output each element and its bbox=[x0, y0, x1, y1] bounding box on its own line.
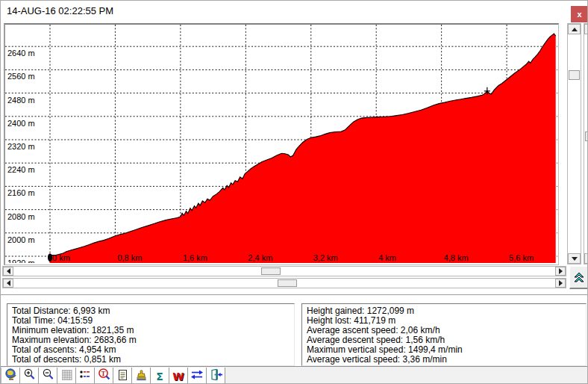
zoom-out-icon bbox=[41, 368, 55, 384]
y-axis-label: 2160 m bbox=[7, 188, 35, 197]
zoom-out-button[interactable] bbox=[39, 368, 57, 384]
sigma-icon: Σ bbox=[156, 370, 163, 383]
red-w-button[interactable]: W bbox=[169, 368, 188, 384]
scroll-down-button[interactable] bbox=[584, 253, 588, 264]
left-arrow-icon bbox=[4, 268, 10, 274]
right-arrow-icon bbox=[559, 280, 566, 286]
close-button[interactable]: x bbox=[571, 6, 588, 22]
zoom-in-icon bbox=[22, 368, 37, 384]
exit-door-button[interactable] bbox=[207, 368, 225, 384]
transfer-arrows-button[interactable] bbox=[188, 368, 207, 384]
y-axis-label: 2640 m bbox=[7, 49, 35, 58]
transfer-arrows-icon bbox=[190, 368, 204, 384]
exit-door-icon bbox=[208, 368, 223, 384]
title-bar: 14-AUG-16 02:22:55 PM x bbox=[1, 1, 587, 22]
x-axis-label: 4,8 km bbox=[444, 253, 469, 262]
y-axis-label: 2080 m bbox=[7, 212, 35, 221]
horizontal-scrollbar-1[interactable] bbox=[2, 266, 566, 276]
notepad-icon bbox=[116, 368, 130, 384]
toolbar-button-strip: TΣW bbox=[1, 368, 225, 384]
x-axis-label: 5,6 km bbox=[509, 253, 534, 262]
scroll-down-button[interactable] bbox=[568, 253, 581, 264]
statistics-zone: Total Distance: 6,993 kmTotal Time: 04:1… bbox=[1, 294, 588, 367]
track-start-marker bbox=[48, 253, 52, 261]
double-chevron-up-icon bbox=[572, 270, 586, 284]
close-icon: x bbox=[577, 10, 581, 19]
y-axis-label: 1920 m bbox=[7, 258, 35, 263]
up-arrow-icon bbox=[572, 25, 578, 31]
horizontal-scrollbar-1-thumb[interactable] bbox=[261, 267, 281, 275]
scroll-right-button[interactable] bbox=[555, 267, 566, 276]
vertical-scrollbar-1[interactable] bbox=[567, 23, 581, 264]
statistics-sigma-button[interactable]: Σ bbox=[151, 368, 169, 384]
x-axis-label: 1,6 km bbox=[183, 253, 207, 262]
x-axis-label: 4 km bbox=[378, 253, 396, 262]
y-axis-label: 2560 m bbox=[7, 72, 35, 81]
elevation-profile-window: 14-AUG-16 02:22:55 PM x 2640 m2560 m2480… bbox=[0, 0, 588, 384]
y-axis-label: 2000 m bbox=[7, 235, 35, 244]
stat-line: Average vertical speed: 3,36 m/min bbox=[307, 355, 581, 365]
text-magnifier-icon: T bbox=[97, 368, 111, 384]
bottom-toolbar: TΣW bbox=[1, 366, 588, 384]
down-arrow-icon bbox=[572, 257, 578, 264]
vertical-scrollbar-2[interactable] bbox=[584, 23, 588, 264]
x-axis-label: 0,8 km bbox=[117, 253, 142, 262]
scroll-right-button[interactable] bbox=[555, 279, 566, 288]
elevation-chart-svg: 2640 m2560 m2480 m2400 m2320 m2240 m2160… bbox=[5, 25, 557, 263]
stamp-button[interactable] bbox=[132, 368, 151, 384]
y-axis-label: 2480 m bbox=[7, 96, 35, 105]
x-axis-label: 2,4 km bbox=[248, 253, 272, 262]
grid-icon bbox=[60, 368, 74, 384]
elevation-area bbox=[50, 34, 556, 263]
stat-line: Total of descents: 0,851 km bbox=[12, 355, 290, 365]
scroll-left-button[interactable] bbox=[3, 279, 13, 288]
stats-panel-right: Height gained: 1272,099 mHeight lost: 41… bbox=[301, 303, 587, 366]
scroll-up-button[interactable] bbox=[584, 24, 588, 34]
vertical-scrollbar-1-thumb[interactable] bbox=[569, 70, 580, 80]
x-axis-label: 3,2 km bbox=[313, 253, 338, 262]
y-axis-label: 2320 m bbox=[7, 142, 35, 151]
red-w-icon: W bbox=[172, 370, 184, 383]
stats-panel-left: Total Distance: 6,993 kmTotal Time: 04:1… bbox=[7, 303, 295, 366]
track-list-button[interactable] bbox=[76, 368, 95, 384]
globe-icon bbox=[4, 368, 18, 384]
track-list-icon bbox=[78, 368, 93, 384]
zoom-in-button[interactable] bbox=[20, 368, 39, 384]
y-axis-label: 2400 m bbox=[7, 119, 35, 128]
notepad-button[interactable] bbox=[113, 368, 132, 384]
horizontal-scrollbar-2-thumb[interactable] bbox=[278, 279, 297, 287]
grid-button[interactable] bbox=[57, 368, 76, 384]
scroll-left-button[interactable] bbox=[3, 267, 13, 276]
right-arrow-icon bbox=[559, 268, 566, 274]
left-arrow-icon bbox=[4, 280, 10, 286]
horizontal-scrollbar-2[interactable] bbox=[2, 278, 566, 288]
stamp-icon bbox=[134, 368, 148, 384]
globe-button[interactable] bbox=[1, 368, 20, 384]
y-axis-label: 2240 m bbox=[7, 165, 35, 174]
x-axis-label: 0 km bbox=[52, 253, 70, 262]
scroll-up-button[interactable] bbox=[568, 24, 581, 34]
vertical-scrollbar-2-thumb[interactable] bbox=[585, 131, 588, 141]
svg-text:T: T bbox=[101, 370, 105, 377]
window-title: 14-AUG-16 02:22:55 PM bbox=[7, 5, 113, 16]
expand-panel-button[interactable] bbox=[569, 266, 588, 289]
elevation-chart[interactable]: 2640 m2560 m2480 m2400 m2320 m2240 m2160… bbox=[4, 23, 559, 265]
text-magnifier-button[interactable]: T bbox=[95, 368, 113, 384]
